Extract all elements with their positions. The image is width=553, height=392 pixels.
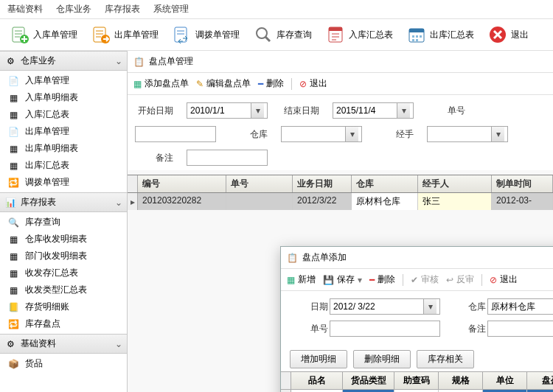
nav-in-detail[interactable]: ▦入库单明细表: [0, 89, 127, 106]
ptb-edit-label: 编辑盘点单: [206, 77, 251, 90]
btn-del-detail[interactable]: 删除明细: [353, 350, 411, 368]
tb-exit[interactable]: 退出: [482, 22, 534, 47]
ptb-add[interactable]: ▦添加盘点单: [133, 77, 189, 90]
acc-warehouse-header[interactable]: ⚙仓库业务⌄: [0, 51, 127, 71]
chevron-down-icon: ⌄: [115, 339, 122, 349]
lbl-dlg-date: 日期: [290, 301, 328, 313]
dlg-order-input[interactable]: [330, 321, 440, 337]
menu-reports[interactable]: 库存报表: [105, 3, 140, 15]
start-date-input[interactable]: 2010/1/1▾: [187, 102, 268, 119]
ptb-delete[interactable]: ━删除: [258, 77, 284, 90]
dlg-exit[interactable]: ⊘退出: [490, 273, 518, 286]
tb-query[interactable]: 库存查询: [248, 22, 317, 47]
calendar-icon: [406, 24, 427, 45]
chevron-down-icon: ▾: [358, 275, 362, 285]
dcol-gain[interactable]: 盘盈: [527, 372, 553, 389]
end-date-value: 2015/11/4: [336, 105, 375, 116]
nav-label: 存货明细账: [25, 301, 69, 313]
doc-blue-icon: [172, 24, 192, 45]
nav-wh-detail[interactable]: ▦仓库收发明细表: [0, 231, 127, 248]
dropdown-icon[interactable]: ▾: [423, 299, 437, 314]
nav-type-sum[interactable]: ▦收发类型汇总表: [0, 281, 127, 298]
tb-outbound-label: 出库单管理: [114, 29, 159, 41]
tb-outbound[interactable]: 出库单管理: [86, 22, 164, 47]
remark-input[interactable]: [187, 150, 268, 166]
magnifier-sm-icon: 🔍: [7, 217, 19, 228]
nav-out-manage[interactable]: 📄出库单管理: [0, 123, 127, 140]
tb-outbound-summary[interactable]: 出库汇总表: [401, 22, 479, 47]
dropdown-icon[interactable]: ▾: [397, 103, 410, 118]
separator: [403, 274, 403, 286]
tb-inbound-summary[interactable]: 入库汇总表: [320, 22, 398, 47]
acc-wh-title: 仓库业务: [21, 55, 56, 67]
exit-icon: ⊘: [299, 79, 307, 89]
col-date[interactable]: 业务日期: [293, 175, 352, 192]
detail-grid-head: 品名 货品类型 助查码 规格 单位 盘盈 盘亏 单价: [281, 371, 553, 390]
row-marker-head: [281, 372, 291, 389]
ptb-edit[interactable]: ✎编辑盘点单: [196, 77, 251, 90]
dropdown-icon[interactable]: ▾: [345, 127, 358, 141]
menu-basic[interactable]: 基础资料: [7, 3, 43, 15]
col-ctime[interactable]: 制单时间: [492, 175, 553, 192]
menu-system[interactable]: 系统管理: [153, 3, 189, 15]
nav-stocktake[interactable]: 🔁库存盘点: [0, 315, 127, 332]
ptb-exit[interactable]: ⊘退出: [299, 77, 327, 90]
ptb-add-label: 添加盘点单: [145, 77, 189, 90]
col-handler[interactable]: 经手人: [418, 175, 492, 192]
chevron-down-icon: ⌄: [115, 56, 122, 66]
grid-blue-icon: ▦: [7, 143, 19, 155]
btn-add-detail[interactable]: 增加明细: [290, 350, 347, 368]
nav-out-sum[interactable]: ▦出库汇总表: [0, 157, 127, 174]
acc-report-header[interactable]: 📊库存报表⌄: [0, 192, 127, 212]
nav-in-sum[interactable]: ▦入库汇总表: [0, 106, 127, 123]
dlg-remark-input[interactable]: [487, 321, 553, 337]
btn-stock-rel[interactable]: 库存相关: [417, 350, 474, 368]
pane-toolbar: ▦添加盘点单 ✎编辑盘点单 ━删除 ⊘退出: [128, 73, 553, 95]
col-no[interactable]: 编号: [138, 175, 226, 192]
nav-label: 货品: [25, 357, 43, 370]
dropdown-icon[interactable]: ▾: [251, 103, 264, 118]
dlg-save[interactable]: 💾保存 ▾: [323, 273, 362, 286]
dcol-unit[interactable]: 单位: [483, 372, 527, 389]
dlg-wh-select[interactable]: 原材料仓库▾: [487, 298, 553, 315]
nav-transfer[interactable]: 🔁调拨单管理: [0, 174, 127, 191]
dlg-unapprove[interactable]: ↩反审: [446, 273, 474, 286]
tb-transfer[interactable]: 调拨单管理: [167, 22, 245, 47]
nav-dept-detail[interactable]: ▦部门收发明细表: [0, 248, 127, 265]
tb-inbound[interactable]: 入库单管理: [4, 22, 83, 47]
dlg-new[interactable]: ▦新增: [287, 273, 316, 286]
nav-in-manage[interactable]: 📄入库单管理: [0, 72, 127, 89]
nav-stock-query[interactable]: 🔍库存查询: [0, 214, 127, 231]
lbl-end: 结束日期: [281, 105, 319, 117]
sheet-red-icon: [325, 24, 346, 45]
pane-title-bar: 📋 盘点单管理: [128, 51, 553, 73]
dlg-date-input[interactable]: 2012/ 3/22▾: [330, 298, 440, 315]
col-wh[interactable]: 仓库: [352, 175, 418, 192]
nav-label: 调拨单管理: [25, 176, 69, 189]
dcol-code[interactable]: 助查码: [394, 372, 439, 389]
menu-warehouse[interactable]: 仓库业务: [56, 3, 91, 15]
dcol-type[interactable]: 货品类型: [343, 372, 394, 389]
order-input[interactable]: [135, 126, 216, 142]
end-date-input[interactable]: 2015/11/4▾: [333, 102, 414, 119]
table-row[interactable]: ▸ 201203220282 2012/3/22 原材料仓库 张三 2012-0…: [128, 193, 553, 210]
nav-ledger[interactable]: 📒存货明细账: [0, 298, 127, 315]
nav-srd-sum[interactable]: ▦收发存汇总表: [0, 265, 127, 281]
cell-order: [226, 193, 293, 210]
col-order[interactable]: 单号: [226, 175, 293, 192]
dlg-delete[interactable]: ━删除: [369, 273, 395, 286]
dcol-spec[interactable]: 规格: [439, 372, 483, 389]
svg-point-5: [257, 28, 267, 38]
dcol-name[interactable]: 品名: [291, 372, 343, 389]
handler-select[interactable]: ▾: [427, 126, 508, 142]
nav-out-detail[interactable]: ▦出库单明细表: [0, 140, 127, 157]
acc-basic-header[interactable]: ⚙基础资料⌄: [0, 334, 127, 354]
tb-outsum-label: 出库汇总表: [430, 29, 474, 41]
dlg-approve[interactable]: ✔审核: [411, 273, 439, 286]
wh-select[interactable]: ▾: [281, 126, 362, 142]
dropdown-icon[interactable]: ▾: [491, 127, 504, 141]
svg-rect-4: [175, 27, 187, 42]
edit-icon: ✎: [196, 79, 204, 89]
nav-goods[interactable]: 📦货品: [0, 355, 127, 372]
lbl-wh: 仓库: [229, 128, 268, 141]
